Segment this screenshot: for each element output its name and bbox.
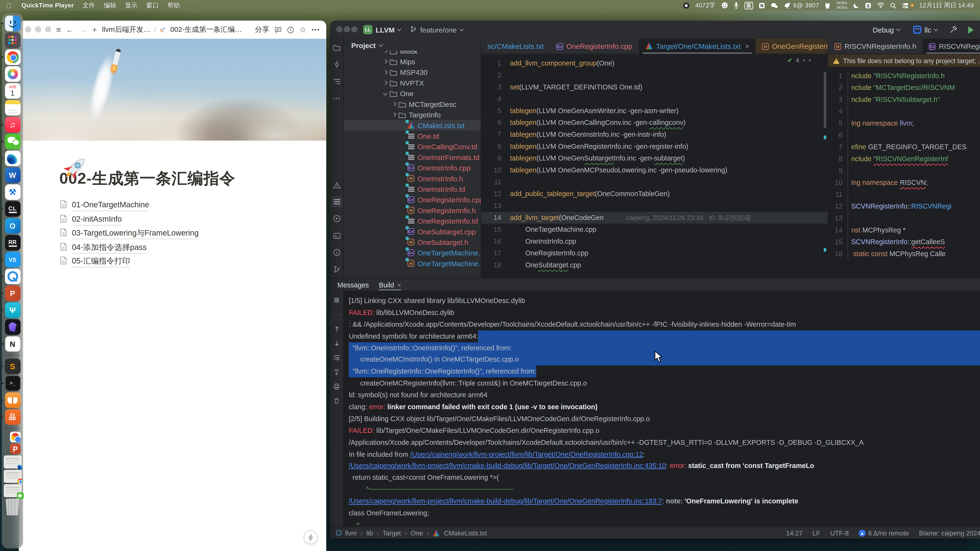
tree-row[interactable]: M68k: [344, 51, 480, 56]
status-item[interactable]: ▲ 6 Δ/no remote: [859, 529, 909, 537]
editor-tab[interactable]: HOneGenRegisterInfo.in: [756, 39, 827, 54]
problems-icon[interactable]: [331, 179, 342, 191]
structure-icon[interactable]: [331, 76, 342, 87]
do-not-disturb-icon[interactable]: [853, 2, 859, 8]
menu-item-2[interactable]: 编辑: [104, 1, 116, 10]
build-tool-icon[interactable]: [331, 196, 342, 207]
tree-row[interactable]: HOneSubtarget.h: [344, 237, 480, 247]
tree-row[interactable]: Mips: [344, 56, 480, 67]
tree-row[interactable]: C+OneSubtarget.cpp: [344, 226, 480, 237]
project-icon[interactable]: [331, 42, 342, 53]
dock-item-docs-app[interactable]: [5, 151, 20, 166]
wifi-icon[interactable]: [877, 2, 884, 8]
soft-wrap-icon[interactable]: [332, 353, 342, 362]
tree-row[interactable]: C+OneInstrInfo.cpp: [344, 162, 480, 173]
tree-row[interactable]: HOneTargetMachine.h: [344, 258, 480, 268]
dock-item-trash[interactable]: [5, 499, 20, 516]
editor-tab[interactable]: Target/One/CMakeLists.txt×: [639, 39, 756, 54]
menu-item-5[interactable]: 帮助: [167, 1, 180, 10]
status-crumb[interactable]: CMakeLists.txt: [444, 529, 487, 537]
run-config-selector[interactable]: llc: [913, 25, 938, 34]
cat-app-icon[interactable]: [825, 2, 831, 9]
dock-item-quicktime[interactable]: [5, 268, 20, 284]
editor-tab[interactable]: sc/CMakeLists.txt: [481, 39, 550, 54]
dock-item-launchpad[interactable]: [5, 33, 20, 48]
project-panel-header[interactable]: Project: [344, 39, 480, 49]
apple-menu-icon[interactable]: : [6, 2, 11, 9]
close-icon[interactable]: ×: [397, 281, 401, 288]
tree-row[interactable]: OneInstrFormats.td: [344, 152, 480, 162]
dock-item-clion[interactable]: CL: [5, 201, 20, 217]
tree-row[interactable]: HOneRegisterInfo.h: [344, 205, 480, 216]
dock-item-minimized-window-wechat[interactable]: [3, 484, 22, 497]
file-link[interactable]: /Users/caipeng/work/llvm-project/llvm/cm…: [349, 495, 662, 507]
run-button[interactable]: [968, 26, 974, 33]
tree-row[interactable]: C+OneRegisterInfo.cpp: [344, 194, 480, 205]
page-link-item[interactable]: 01-OneTargetMachine: [59, 199, 326, 213]
tree-row[interactable]: CMakeLists.txt: [344, 120, 480, 130]
bird-app-icon[interactable]: 6@·3907: [784, 2, 819, 9]
tree-row[interactable]: OneCallingConv.td: [344, 141, 480, 152]
dock-item-sublime-text[interactable]: S: [5, 359, 20, 374]
messages-tab-messages[interactable]: Messages: [337, 279, 369, 291]
status-item[interactable]: 14:27: [786, 529, 803, 537]
page-link-label[interactable]: 04-添加指令选择pass: [72, 242, 146, 254]
dock-item-powerpoint-minimized[interactable]: P: [10, 444, 21, 454]
tree-row[interactable]: OneInstrInfo.td: [344, 184, 480, 194]
emoji-icon[interactable]: [721, 2, 728, 9]
back-icon[interactable]: ←: [66, 25, 74, 34]
dock-item-minimized-window-chrome[interactable]: [3, 470, 22, 483]
editor-scrollbar[interactable]: [824, 72, 826, 128]
breadcrumb-root[interactable]: llvm后端开发…: [102, 25, 151, 34]
word-count-status[interactable]: 4072字: [695, 1, 715, 10]
build-mode-selector[interactable]: Debug: [873, 26, 900, 33]
sidebar-toggle-icon[interactable]: ≡: [56, 25, 61, 34]
status-crumb[interactable]: One: [410, 529, 423, 537]
messages-tab-build[interactable]: Build×: [379, 279, 401, 291]
menu-item-app-name[interactable]: QuickTime Player: [21, 2, 74, 9]
tree-row[interactable]: HOneInstrInfo.h: [344, 173, 480, 184]
status-item[interactable]: Blame: caipeng 2024,: [919, 529, 980, 537]
menu-bar-clock[interactable]: 12月1日 周日 14:49: [919, 1, 974, 10]
status-crumb[interactable]: llvm: [345, 529, 357, 537]
tree-row[interactable]: NVPTX: [344, 78, 480, 88]
dock-item-obsidian[interactable]: [5, 319, 20, 335]
traffic-lights[interactable]: [25, 26, 51, 33]
page-link-item[interactable]: 03-TargetLowering与FrameLowering: [59, 227, 326, 241]
file-link[interactable]: /Users/caipeng/work/llvm-project/llvm/li…: [410, 448, 643, 460]
branch-widget[interactable]: feature/one: [410, 25, 463, 34]
commit-icon[interactable]: [331, 59, 342, 70]
editor-tab[interactable]: C+OneRegisterInfo.cpp: [550, 39, 639, 54]
dock-item-calendar[interactable]: 12月1: [5, 83, 20, 98]
dock-item-minimized-window-docs[interactable]: [3, 455, 22, 468]
tree-row[interactable]: One: [344, 88, 480, 98]
history-icon[interactable]: [287, 26, 294, 33]
breadcrumb-page[interactable]: 002-生成第一条汇编…: [170, 25, 242, 34]
stream-app-icon[interactable]: S: [865, 2, 871, 8]
dock-item-word[interactable]: W: [5, 167, 20, 183]
scroll-to-end-icon[interactable]: [332, 367, 342, 376]
editor-cmakelists[interactable]: ✔ 4 ˄˅ 1add_llvm_component_group(One)23s…: [481, 54, 827, 278]
editor-tab[interactable]: HRISCVNRegisterInfo.h: [828, 39, 923, 54]
editor-warning-banner[interactable]: This file does not belong to any project…: [828, 54, 980, 67]
editor-tab[interactable]: C+RISCVNRegisterI: [923, 39, 980, 54]
dock-item-rustrover[interactable]: RR: [5, 235, 20, 250]
terminal-icon[interactable]: [331, 230, 342, 241]
tree-row[interactable]: OneRegisterInfo.td: [344, 216, 480, 226]
page-link-item[interactable]: 04-添加指令选择pass: [59, 241, 326, 255]
stop-icon[interactable]: [332, 295, 342, 305]
screen-recording-icon[interactable]: [683, 2, 690, 8]
network-speed-status[interactable]: 0KB/s0KB/s: [837, 1, 847, 10]
spotlight-search-icon[interactable]: [890, 2, 896, 8]
dock-item-terminal[interactable]: >_: [5, 375, 20, 391]
more-icon[interactable]: ⋯: [331, 92, 342, 104]
status-crumb[interactable]: Target: [383, 529, 401, 537]
project-widget[interactable]: LL LLVM: [363, 25, 401, 34]
page-link-label[interactable]: 02-initAsmInfo: [72, 214, 122, 225]
scroll-down-icon[interactable]: [332, 339, 342, 348]
dock-item-outlook[interactable]: O: [5, 218, 20, 233]
status-item[interactable]: UTF-8: [830, 529, 849, 537]
scroll-up-icon[interactable]: [332, 324, 342, 333]
forward-icon[interactable]: →: [79, 25, 88, 34]
tree-row[interactable]: MCTargetDesc: [344, 99, 480, 109]
